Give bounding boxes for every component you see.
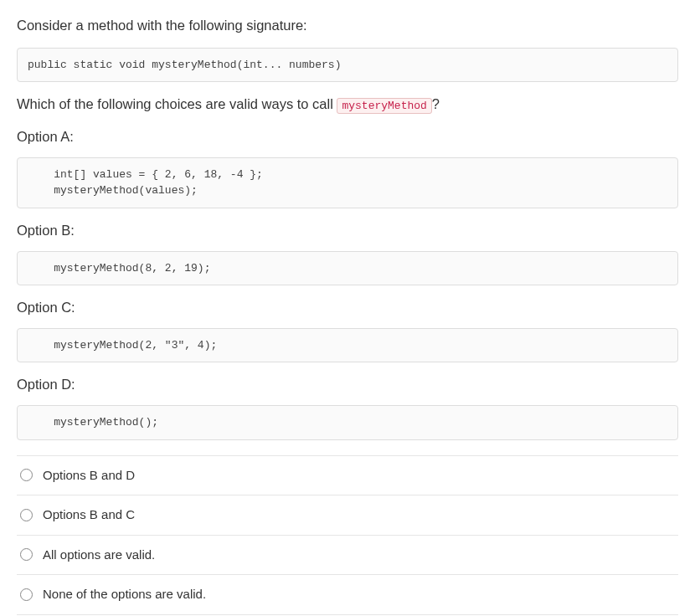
option-a-label: Option A: [17,126,678,147]
answer-text: Options B and D [43,466,135,485]
question-prefix: Which of the following choices are valid… [17,96,337,111]
question-prompt: Which of the following choices are valid… [17,94,678,115]
answer-list: Options B and D Options B and C All opti… [17,455,678,617]
radio-icon [20,548,33,561]
option-b-label: Option B: [17,220,678,241]
inline-code-method: mysteryMethod [337,98,431,114]
answer-text: Options B and C [43,506,135,525]
answer-text: All options are valid. [43,546,155,565]
answer-choice[interactable]: None of the options are valid. [17,574,678,614]
answer-choice[interactable]: Options B and C [17,495,678,535]
radio-icon [20,469,33,481]
answer-choice[interactable]: All options are valid. [17,535,678,575]
answer-choice[interactable]: Options B and D [17,455,678,495]
question-suffix: ? [432,96,440,111]
option-a-code: int[] values = { 2, 6, 18, -4 }; mystery… [17,157,678,208]
option-d-label: Option D: [17,374,678,395]
option-b-code: mysteryMethod(8, 2, 19); [17,251,678,286]
option-c-label: Option C: [17,297,678,318]
signature-code: public static void mysteryMethod(int... … [17,48,678,83]
option-d-code: mysteryMethod(); [17,405,678,440]
radio-icon [20,509,33,521]
radio-icon [20,588,33,601]
answer-text: None of the options are valid. [43,585,206,604]
option-c-code: mysteryMethod(2, "3", 4); [17,328,678,363]
question-intro: Consider a method with the following sig… [17,15,678,36]
